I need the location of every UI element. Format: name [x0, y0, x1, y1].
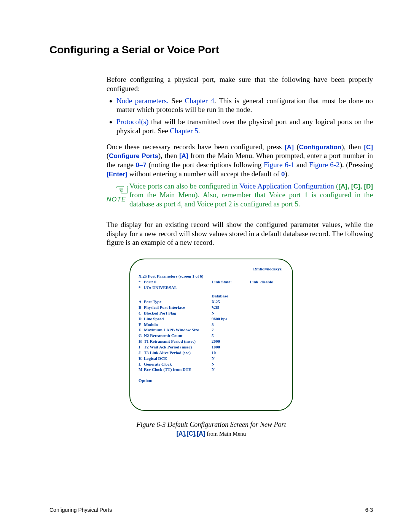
terminal-row: BPhysical Port InterfaceV.35	[139, 305, 284, 310]
text: .	[198, 127, 200, 135]
footer-page-number: 6-3	[365, 507, 373, 513]
text: ), then	[158, 152, 179, 160]
terminal-cell: *	[139, 279, 144, 285]
terminal-key: G	[139, 333, 144, 339]
intro-paragraph: Before configuring a physical port, make…	[107, 75, 373, 93]
terminal-label: Logical DCE	[144, 356, 212, 361]
terminal-row: JT3 Link Alive Period (sec)10	[139, 350, 284, 356]
terminal-key: K	[139, 356, 144, 361]
terminal-key: M	[139, 367, 144, 372]
terminal-row: FMaximum LAPB Window Size7	[139, 327, 284, 333]
terminal-cell: *	[139, 285, 144, 291]
terminal-cell	[250, 285, 284, 291]
text: that will be transmitted over the physic…	[116, 118, 373, 135]
text: ).	[285, 170, 289, 178]
text: Once these necessary records have been c…	[107, 143, 285, 151]
terminal-option-prompt: Option:	[139, 378, 284, 383]
terminal-header-row: *Port: 0Link State:Link_disable	[139, 279, 284, 285]
terminal-key: C	[139, 310, 144, 316]
terminal-value: X.25	[212, 299, 250, 305]
text: ), then	[341, 143, 364, 151]
terminal-label: Maximum LAPB Window Size	[144, 327, 212, 333]
footer-left: Configuring Physical Ports	[49, 507, 112, 513]
value-0: 0	[281, 171, 285, 178]
terminal-label: T3 Link Alive Period (sec)	[144, 350, 212, 356]
terminal-value: 8	[212, 322, 250, 328]
text: (	[334, 182, 339, 190]
terminal-cell: Port: 0	[144, 279, 212, 285]
terminal-cell: Link State:	[212, 279, 250, 285]
link-chapter-4[interactable]: Chapter 4	[185, 97, 214, 105]
terminal-screen: Rmtid=nodexyz X.25 Port Parameters (scre…	[129, 259, 293, 411]
terminal-label: T1 Retransmit Period (msec)	[144, 339, 212, 344]
after-paragraph: The display for an existing record will …	[107, 220, 373, 247]
terminal-value: N	[212, 310, 250, 316]
terminal-label: Modulo	[144, 322, 212, 328]
figure-subcaption: [A],[C],[A] from Main Menu	[49, 430, 373, 437]
terminal-rmtid: Rmtid=nodexyz	[139, 266, 284, 272]
terminal-value: 9600 bps	[212, 316, 250, 322]
terminal-label: Rcv Clock (TT) from DTE	[144, 367, 212, 372]
note-icon: ☞ NOTE	[107, 182, 129, 203]
link-protocols[interactable]: Protocol(s)	[116, 118, 148, 126]
terminal-row: APort TypeX.25	[139, 299, 284, 305]
terminal-db-label: Database	[212, 293, 250, 299]
text: See	[172, 97, 185, 105]
terminal-cell: I/O: UNIVERSAL	[144, 285, 212, 291]
note-block: ☞ NOTE Voice ports can also be configure…	[107, 182, 373, 209]
page-heading: Configuring a Serial or Voice Port	[49, 44, 373, 56]
key-enter: [Enter]	[107, 171, 127, 178]
terminal-key: H	[139, 339, 144, 344]
terminal-value: 5	[212, 333, 250, 339]
terminal-value: 1000	[212, 344, 250, 350]
terminal-key: B	[139, 305, 144, 310]
terminal-label: Generate Clock	[144, 361, 212, 367]
terminal-value: N	[212, 361, 250, 367]
link-figure-6-2[interactable]: Figure 6-2	[309, 161, 340, 169]
key-c: [C]	[364, 144, 373, 151]
text: (noting the port descriptions following	[147, 161, 264, 169]
terminal-value: 2000	[212, 339, 250, 344]
terminal-value: 10	[212, 350, 250, 356]
terminal-key: I	[139, 344, 144, 350]
terminal-header-row: *I/O: UNIVERSAL	[139, 285, 284, 291]
text: from the Main Menu). Also, remember that…	[129, 191, 373, 208]
terminal-value: N	[212, 367, 250, 372]
figure-caption: Figure 6-3 Default Configuration Screen …	[49, 421, 373, 429]
terminal-label: T2 Wait Ack Period (msec)	[144, 344, 212, 350]
key-a2: [A]	[179, 152, 188, 160]
terminal-value: N	[212, 356, 250, 361]
terminal-row: EModulo8	[139, 322, 284, 328]
terminal-key: F	[139, 327, 144, 333]
bullet-protocols: Protocol(s) that will be transmitted ove…	[116, 117, 373, 136]
terminal-row: KLogical DCEN	[139, 356, 284, 361]
terminal-label: Line Speed	[144, 316, 212, 322]
terminal-key: J	[139, 350, 144, 356]
terminal-row: MRcv Clock (TT) from DTEN	[139, 367, 284, 372]
key-a: [A]	[285, 144, 294, 151]
text: Voice ports can also be configured in	[129, 182, 239, 190]
terminal-label: N2 Retransmit Count	[144, 333, 212, 339]
terminal-title: X.25 Port Parameters (screen 1 of 6)	[139, 273, 284, 279]
terminal-row: HT1 Retransmit Period (msec)2000	[139, 339, 284, 344]
link-figure-6-1[interactable]: Figure 6-1	[264, 161, 295, 169]
pointing-hand-icon: ☞	[107, 182, 129, 198]
terminal-key: D	[139, 316, 144, 322]
terminal-key: L	[139, 361, 144, 367]
terminal-row: GN2 Retransmit Count5	[139, 333, 284, 339]
terminal-row: DLine Speed9600 bps	[139, 316, 284, 322]
terminal-row: IT2 Wait Ack Period (msec)1000	[139, 344, 284, 350]
link-voice-app-config[interactable]: Voice Application Configuration	[239, 182, 334, 190]
link-chapter-5[interactable]: Chapter 5	[170, 127, 198, 135]
keys-aca: [A],[C],[A]	[177, 430, 206, 437]
terminal-key: E	[139, 322, 144, 328]
terminal-row: LGenerate ClockN	[139, 361, 284, 367]
text: from Main Menu	[205, 431, 246, 437]
terminal-label: Blocked Port Flag	[144, 310, 212, 316]
label-configuration: Configuration	[299, 144, 341, 151]
bullet-node-parameters: Node parameters. See Chapter 4. This is …	[116, 96, 373, 115]
text: ). (Pressing	[340, 161, 373, 169]
label-configure-ports: Configure Ports	[109, 152, 158, 160]
range-0-7: 0–7	[136, 161, 147, 169]
link-node-parameters[interactable]: Node parameters.	[116, 97, 169, 105]
